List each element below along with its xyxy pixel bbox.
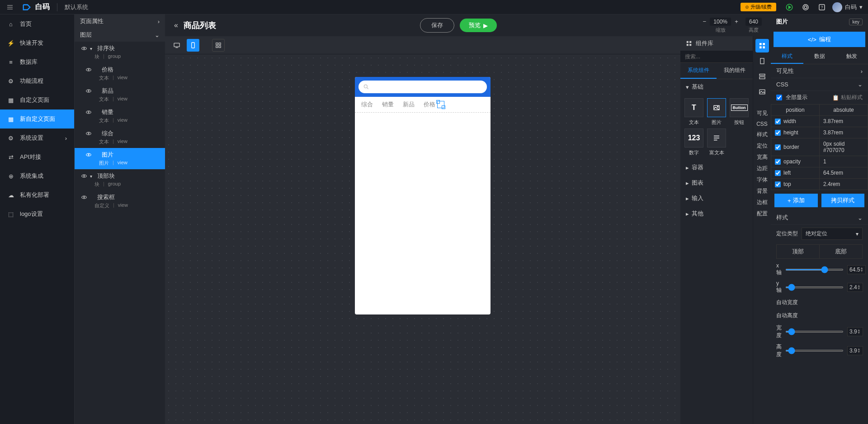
component-按钮[interactable]: Button按钮 [729, 98, 749, 126]
menu-icon[interactable] [5, 3, 14, 12]
key-badge[interactable]: key [849, 19, 863, 25]
eye-icon[interactable] [85, 130, 92, 137]
nav-item-3[interactable]: ⚙功能流程 [0, 71, 74, 91]
rail-CSS[interactable]: CSS [755, 119, 770, 129]
clock-icon[interactable] [800, 1, 811, 13]
eye-icon[interactable] [85, 88, 92, 94]
rail-样式[interactable]: 样式 [755, 129, 770, 140]
grid-toggle-button[interactable] [212, 39, 225, 52]
rail-layout-icon[interactable] [755, 70, 769, 83]
nav-item-4[interactable]: ▦自定义页面 [0, 91, 74, 110]
section-basic[interactable]: ▾ 基础 [680, 79, 753, 95]
tab-trigger[interactable]: 触发 [835, 50, 868, 64]
eye-icon[interactable] [85, 152, 92, 158]
phone-tab-4[interactable]: 价格 [424, 100, 444, 109]
rail-边距[interactable]: 边距 [755, 163, 770, 174]
css-checkbox[interactable] [775, 181, 781, 187]
rail-image-icon[interactable] [755, 85, 769, 99]
layer-item-5[interactable]: 图片图片|view [75, 148, 165, 169]
component-富文本[interactable]: 富文本 [707, 129, 726, 156]
rail-定位[interactable]: 定位 [755, 140, 770, 152]
expand-icon[interactable]: ▾ [90, 174, 94, 179]
nav-item-1[interactable]: ⚡快速开发 [0, 33, 74, 52]
y-axis-value[interactable]: 2.4▲▼ [847, 283, 863, 292]
rail-grid-icon[interactable] [755, 39, 769, 52]
auto-height-label[interactable]: 自动高度 [771, 309, 868, 322]
phone-search-input[interactable] [359, 81, 487, 93]
component-文本[interactable]: T文本 [684, 98, 704, 126]
width-value[interactable]: 3.9▲▼ [847, 327, 863, 336]
height-slider[interactable] [785, 350, 844, 352]
upgrade-button[interactable]: ⊙ 升级/续费 [741, 3, 776, 11]
eye-icon[interactable] [81, 45, 87, 52]
phone-frame[interactable]: 综合 销量 新品 价格 [355, 77, 491, 314]
css-checkbox[interactable] [775, 144, 781, 150]
page-props-header[interactable]: 页面属性 › [75, 14, 165, 28]
zoom-out-button[interactable]: − [701, 18, 708, 25]
system-name[interactable]: 默认系统 [65, 3, 88, 11]
css-row-width[interactable]: width3.87rem [771, 116, 868, 127]
logo[interactable]: 白码 [22, 2, 50, 12]
expand-icon[interactable]: ▾ [90, 46, 94, 51]
layer-item-6[interactable]: ▾顶部块块|group [75, 169, 165, 191]
css-checkbox[interactable] [775, 159, 781, 165]
css-checkbox[interactable] [775, 170, 781, 176]
css-row-height[interactable]: height3.87rem [771, 127, 868, 138]
all-show-checkbox[interactable] [776, 95, 782, 100]
nav-item-7[interactable]: ⇄API对接 [0, 148, 74, 167]
component-数字[interactable]: 123数字 [684, 129, 704, 156]
css-row-left[interactable]: left64.5rem [771, 167, 868, 179]
rail-字体[interactable]: 字体 [755, 174, 770, 186]
layer-item-4[interactable]: 综合文本|view [75, 127, 165, 148]
help-icon[interactable]: ? [816, 1, 828, 13]
layer-item-0[interactable]: ▾排序块块|group [75, 42, 165, 63]
auto-width-label[interactable]: 自动宽度 [771, 296, 868, 309]
height-value2[interactable]: 3.9▲▼ [847, 346, 863, 355]
nav-item-5[interactable]: ▦新自定义页面 [0, 110, 74, 129]
rail-边框[interactable]: 边框 [755, 197, 770, 208]
section-其他[interactable]: ▸其他 [680, 206, 753, 221]
section-图表[interactable]: ▸图表 [680, 175, 753, 191]
x-axis-value[interactable]: 64.5▲▼ [847, 265, 866, 274]
layer-item-2[interactable]: 新品文本|view [75, 84, 165, 105]
phone-tab-1[interactable]: 综合 [361, 100, 373, 109]
layer-item-1[interactable]: 价格文本|view [75, 63, 165, 84]
desktop-device-button[interactable] [170, 39, 183, 52]
mobile-device-button[interactable] [187, 39, 199, 52]
eye-icon[interactable] [85, 67, 92, 73]
layer-item-3[interactable]: 销量文本|view [75, 105, 165, 127]
section-visibility[interactable]: 可见性 › [771, 64, 868, 78]
zoom-value[interactable]: 100% [710, 18, 731, 26]
css-row-opacity[interactable]: opacity1 [771, 156, 868, 167]
css-row-border[interactable]: border0px solid #707070 [771, 138, 868, 156]
back-icon[interactable]: « [174, 21, 178, 29]
preview-button[interactable]: 预览 ▶ [460, 19, 497, 32]
layer-item-7[interactable]: 搜索框自定义|view [75, 191, 165, 212]
css-checkbox[interactable] [775, 130, 781, 136]
save-button[interactable]: 保存 [420, 18, 454, 33]
nav-item-8[interactable]: ⊕系统集成 [0, 167, 74, 186]
play-icon[interactable] [783, 1, 795, 13]
rail-配置[interactable]: 配置 [755, 208, 770, 219]
height-value[interactable]: 640 [745, 18, 762, 26]
program-button[interactable]: </> 编程 [774, 32, 865, 47]
section-容器[interactable]: ▸容器 [680, 160, 753, 175]
anchor-top-button[interactable]: 顶部 [777, 245, 820, 258]
css-checkbox[interactable] [775, 119, 781, 124]
phone-tab-2[interactable]: 销量 [382, 100, 394, 109]
tab-system-components[interactable]: 系统组件 [680, 63, 717, 79]
eye-icon[interactable] [81, 173, 87, 179]
width-slider[interactable] [785, 331, 844, 333]
component-search-input[interactable] [680, 51, 757, 62]
tab-data[interactable]: 数据 [803, 50, 836, 64]
eye-icon[interactable] [85, 109, 92, 115]
nav-item-9[interactable]: ☁私有化部署 [0, 186, 74, 205]
layers-header[interactable]: 图层 ⌄ [75, 28, 165, 42]
x-axis-slider[interactable] [785, 269, 844, 271]
phone-tab-3[interactable]: 新品 [403, 100, 415, 109]
paste-style-button[interactable]: 📋 粘贴样式 [832, 94, 863, 101]
section-输入[interactable]: ▸输入 [680, 191, 753, 206]
pos-type-select[interactable]: 绝对定位 ▾ [802, 228, 863, 240]
rail-file-icon[interactable] [755, 54, 769, 68]
component-图片[interactable]: 图片 [707, 98, 726, 126]
